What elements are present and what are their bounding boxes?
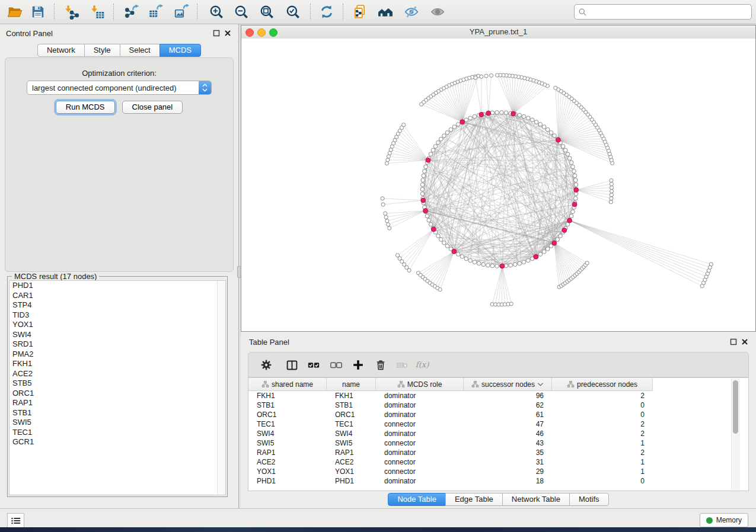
tab-network-table[interactable]: Network Table [502,493,570,506]
task-history-button[interactable] [7,513,24,528]
table-cell: 96 [464,391,552,400]
mcds-node-item[interactable]: TID3 [9,310,225,321]
close-panel-icon[interactable] [224,30,231,37]
open-file-icon[interactable] [5,2,25,21]
refresh-icon[interactable] [317,2,337,21]
close-table-panel-icon[interactable] [741,338,748,345]
float-panel-icon[interactable] [213,30,220,37]
table-cell: PHD1 [327,476,376,486]
table-row[interactable]: ORC1ORC1dominator610 [248,410,653,419]
mcds-node-item[interactable]: FKH1 [9,359,225,369]
show-panel-icon[interactable] [428,2,448,21]
export-table-icon[interactable] [145,2,165,21]
tab-node-table[interactable]: Node Table [388,493,446,506]
table-settings-gear-icon[interactable] [257,357,275,373]
mcds-node-item[interactable]: GCR1 [9,437,225,447]
memory-button[interactable]: Memory [700,513,748,527]
network-titlebar[interactable]: YPA_prune.txt_1 [241,25,755,39]
import-network-icon[interactable] [62,2,82,21]
table-cell: dominator [376,429,464,438]
table-cell: connector [376,457,464,467]
criterion-value: largest connected component (undirected) [27,84,199,92]
control-panel: Control Panel NetworkStyleSelectMCDS Opt… [0,24,239,508]
column-header-successor-nodes[interactable]: successor nodes [464,378,552,390]
column-header-predecessor-nodes[interactable]: predecessor nodes [552,378,653,390]
export-network-icon[interactable] [122,2,142,21]
deselect-all-icon[interactable] [327,357,345,373]
toolbar-separator [54,4,55,20]
tab-motifs[interactable]: Motifs [569,493,609,506]
mcds-node-item[interactable]: TEC1 [9,428,225,438]
zoom-in-icon[interactable] [206,2,227,21]
tab-network[interactable]: Network [37,44,85,57]
zoom-out-icon[interactable] [231,2,251,21]
list-scrollbar[interactable] [217,281,225,495]
table-cell: 0 [552,410,653,419]
tab-select[interactable]: Select [120,44,160,57]
mcds-node-item[interactable]: ACE2 [9,369,225,379]
mcds-result-list[interactable]: PHD1CAR1STP4TID3YOX1SWI4SRD1PMA2FKH1ACE2… [9,280,226,495]
mcds-node-item[interactable]: SRD1 [9,339,225,350]
tab-style[interactable]: Style [84,44,120,57]
table-row[interactable]: SWI4SWI4dominator462 [248,429,653,438]
hide-panel-icon[interactable] [401,2,422,21]
control-panel-title: Control Panel [6,29,53,38]
export-image-icon[interactable] [171,2,192,21]
mcds-node-item[interactable]: STB1 [9,408,225,418]
table-row[interactable]: PHD1PHD1dominator180 [248,476,653,486]
column-header-name[interactable]: name [327,378,376,390]
table-cell: SWI4 [327,429,376,438]
network-canvas[interactable] [241,39,755,331]
close-panel-button[interactable]: Close panel [122,101,183,114]
show-columns-icon[interactable] [283,357,301,373]
table-scrollbar[interactable] [731,379,740,490]
home-networks-icon[interactable] [375,2,395,21]
table-row[interactable]: RAP1RAP1dominator352 [248,448,653,457]
table-cell: STB1 [248,400,327,410]
table-cell: TEC1 [248,419,327,429]
float-table-panel-icon[interactable] [730,338,737,345]
toolbar-separator [343,4,343,20]
column-header-shared-name[interactable]: shared name [248,378,327,390]
mcds-node-item[interactable]: CAR1 [9,291,225,301]
table-row[interactable]: YOX1YOX1connector291 [248,467,653,476]
mcds-node-item[interactable]: STB5 [9,379,225,389]
mcds-node-item[interactable]: ORC1 [9,389,225,399]
column-header-MCDS-role[interactable]: MCDS role [376,378,464,390]
run-mcds-button[interactable]: Run MCDS [56,101,115,114]
mcds-node-item[interactable]: YOX1 [9,320,225,330]
table-cell: 29 [464,467,552,476]
save-session-icon[interactable] [28,2,48,21]
mcds-node-item[interactable]: PHD1 [9,281,225,291]
mcds-node-item[interactable]: RAP1 [9,398,225,408]
function-builder-icon-disabled: f(x) [414,357,432,373]
select-all-icon[interactable] [305,357,323,373]
add-column-icon[interactable] [349,357,367,373]
table-cell: RAP1 [248,448,327,457]
zoom-fit-icon[interactable] [257,2,277,21]
zoom-selected-icon[interactable] [283,2,303,21]
mcds-node-item[interactable]: STP4 [9,300,225,310]
mcds-node-item[interactable]: PMA2 [9,350,225,360]
table-cell: 1 [552,438,653,448]
mcds-node-item[interactable]: SWI4 [9,330,225,340]
delete-column-icon[interactable] [372,357,390,373]
search-field[interactable] [574,4,752,20]
table-row[interactable]: FKH1FKH1dominator962 [248,391,653,400]
table-row[interactable]: STB1STB1dominator620 [248,400,653,410]
task-list-icon [11,517,21,525]
table-panel: Table Panel [241,335,756,508]
search-input[interactable] [587,7,748,17]
table-row[interactable]: TEC1TEC1connector472 [248,419,653,429]
mcds-node-item[interactable]: SWI5 [9,418,225,428]
table-row[interactable]: SWI5SWI5connector431 [248,438,653,448]
criterion-dropdown[interactable]: largest connected component (undirected) [27,81,212,95]
desktop-wallpaper-strip [0,527,756,532]
table-row[interactable]: ACE2ACE2connector311 [248,457,653,467]
optimization-criterion-label: Optimization criterion: [5,69,233,78]
tab-edge-table[interactable]: Edge Table [445,493,503,506]
tab-mcds[interactable]: MCDS [160,44,201,57]
share-session-icon[interactable] [350,2,370,21]
table-cell: ACE2 [327,457,376,467]
import-table-icon[interactable] [88,2,108,21]
